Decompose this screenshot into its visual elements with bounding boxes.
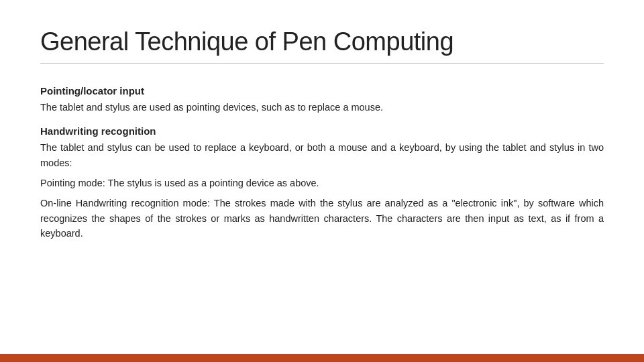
bottom-bar [0,354,644,362]
slide-title: General Technique of Pen Computing [40,27,604,58]
slide-container: General Technique of Pen Computing Point… [0,0,644,362]
section-body-pointing: The tablet and stylus are used as pointi… [40,100,604,115]
section-heading-pointing: Pointing/locator input [40,85,604,97]
content-section: Pointing/locator input The tablet and st… [40,80,604,349]
title-section: General Technique of Pen Computing [40,27,604,73]
section-heading-handwriting: Handwriting recognition [40,125,604,137]
section-body-online-handwriting: On-line Handwriting recognition mode: Th… [40,196,604,241]
title-divider [40,63,604,64]
section-body-handwriting: The tablet and stylus can be used to rep… [40,140,604,170]
section-body-pointing-mode: Pointing mode: The stylus is used as a p… [40,176,604,190]
